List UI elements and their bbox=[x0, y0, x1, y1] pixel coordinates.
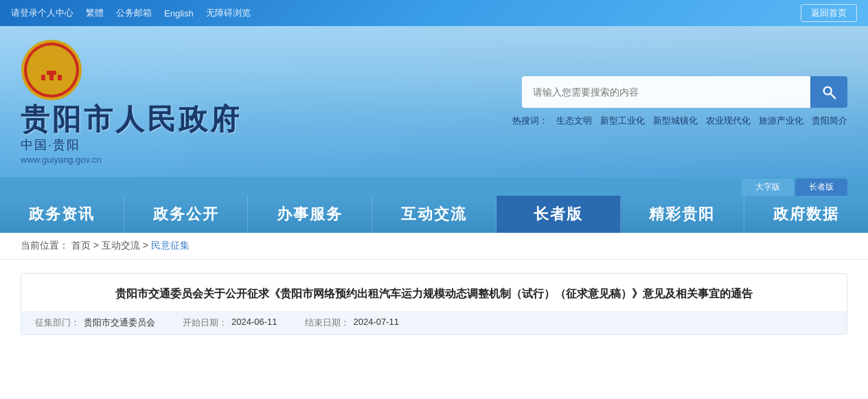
top-bar: 请登录个人中心 繁體 公务邮箱 English 无障碍浏览 返回首页 bbox=[0, 0, 868, 26]
hot-label: 热搜词： bbox=[512, 115, 548, 127]
hot-link-5[interactable]: 旅游产业化 bbox=[759, 115, 803, 127]
breadcrumb: 当前位置： 首页 > 互动交流 > 民意征集 bbox=[0, 233, 868, 260]
svg-rect-8 bbox=[58, 75, 62, 80]
svg-rect-14 bbox=[47, 71, 56, 75]
email-link[interactable]: 公务邮箱 bbox=[116, 7, 152, 19]
return-home-button[interactable]: 返回首页 bbox=[801, 4, 857, 22]
nav-item-guiyang[interactable]: 精彩贵阳 bbox=[621, 196, 745, 233]
svg-rect-7 bbox=[49, 75, 54, 80]
svg-rect-5 bbox=[44, 65, 59, 71]
national-emblem bbox=[21, 39, 82, 101]
header-banner: 贵阳市人民政府 中国·贵阳 www.guiyang.gov.cn 热搜词： 生态… bbox=[0, 26, 868, 177]
hot-link-4[interactable]: 农业现代化 bbox=[706, 115, 751, 127]
notice-dept-label: 征集部门： bbox=[35, 317, 80, 329]
hot-link-2[interactable]: 新型工业化 bbox=[600, 115, 645, 127]
nav-item-data[interactable]: 政府数据 bbox=[744, 196, 868, 233]
breadcrumb-level2[interactable]: 互动交流 bbox=[102, 240, 140, 251]
nav-item-news[interactable]: 政务资讯 bbox=[0, 196, 124, 233]
notice-start: 开始日期： 2024-06-11 bbox=[183, 317, 277, 329]
search-input[interactable] bbox=[522, 76, 810, 108]
notice-title: 贵阳市交通委员会关于公开征求《贵阳市网络预约出租汽车运力规模动态调整机制（试行）… bbox=[21, 274, 847, 311]
search-icon bbox=[821, 84, 836, 100]
nav-tab-senior[interactable]: 长者版 bbox=[795, 179, 847, 196]
return-home-area: 返回首页 bbox=[801, 4, 857, 22]
site-title: 贵阳市人民政府 bbox=[21, 105, 242, 134]
traditional-link[interactable]: 繁體 bbox=[86, 7, 104, 19]
notice-end-value: 2024-07-11 bbox=[354, 317, 400, 329]
breadcrumb-home[interactable]: 首页 bbox=[71, 240, 91, 251]
nav-item-senior[interactable]: 长者版 bbox=[496, 196, 621, 233]
search-bar bbox=[522, 76, 847, 108]
breadcrumb-prefix: 当前位置： bbox=[21, 240, 69, 251]
top-bar-links: 请登录个人中心 繁體 公务邮箱 English 无障碍浏览 bbox=[11, 7, 251, 19]
notice-end-label: 结束日期： bbox=[305, 317, 350, 329]
site-subtitle: 中国·贵阳 bbox=[21, 137, 242, 153]
notice-meta: 征集部门： 贵阳市交通委员会 开始日期： 2024-06-11 结束日期： 20… bbox=[21, 311, 847, 334]
nav-container: 大字版 长者版 政务资讯 政务公开 办事服务 互动交流 长者版 精彩贵阳 政府数… bbox=[0, 177, 868, 233]
nav-item-service[interactable]: 办事服务 bbox=[248, 196, 372, 233]
logo-section: 贵阳市人民政府 中国·贵阳 www.guiyang.gov.cn bbox=[21, 39, 242, 165]
hot-links: 热搜词： 生态文明 新型工业化 新型城镇化 农业现代化 旅游产业化 贵阳简介 bbox=[512, 115, 847, 127]
nav-item-interaction[interactable]: 互动交流 bbox=[372, 196, 496, 233]
breadcrumb-sep2: > bbox=[143, 240, 151, 251]
svg-rect-6 bbox=[41, 75, 45, 80]
svg-line-16 bbox=[831, 94, 835, 98]
breadcrumb-sep1: > bbox=[93, 240, 102, 251]
search-button[interactable] bbox=[810, 76, 847, 108]
accessibility-link[interactable]: 无障碍浏览 bbox=[206, 7, 251, 19]
breadcrumb-current: 民意征集 bbox=[151, 240, 190, 251]
nav-main: 政务资讯 政务公开 办事服务 互动交流 长者版 精彩贵阳 政府数据 bbox=[0, 196, 868, 233]
site-url: www.guiyang.gov.cn bbox=[21, 155, 242, 165]
search-section: 热搜词： 生态文明 新型工业化 新型城镇化 农业现代化 旅游产业化 贵阳简介 bbox=[512, 76, 847, 127]
nav-tab-large-font[interactable]: 大字版 bbox=[742, 179, 794, 196]
notice-start-value: 2024-06-11 bbox=[231, 317, 277, 329]
hot-link-6[interactable]: 贵阳简介 bbox=[812, 115, 847, 127]
notice-dept: 征集部门： 贵阳市交通委员会 bbox=[35, 317, 155, 329]
content-area: 贵阳市交通委员会关于公开征求《贵阳市网络预约出租汽车运力规模动态调整机制（试行）… bbox=[0, 260, 868, 349]
nav-mini-tabs: 大字版 长者版 bbox=[0, 177, 868, 196]
login-link[interactable]: 请登录个人中心 bbox=[11, 7, 73, 19]
nav-item-open[interactable]: 政务公开 bbox=[124, 196, 249, 233]
english-link[interactable]: English bbox=[164, 8, 194, 19]
hot-link-3[interactable]: 新型城镇化 bbox=[653, 115, 698, 127]
notice-card: 贵阳市交通委员会关于公开征求《贵阳市网络预约出租汽车运力规模动态调整机制（试行）… bbox=[21, 273, 847, 335]
notice-end: 结束日期： 2024-07-11 bbox=[305, 317, 400, 329]
notice-start-label: 开始日期： bbox=[183, 317, 227, 329]
notice-dept-value: 贵阳市交通委员会 bbox=[84, 317, 155, 329]
hot-link-1[interactable]: 生态文明 bbox=[556, 115, 592, 127]
